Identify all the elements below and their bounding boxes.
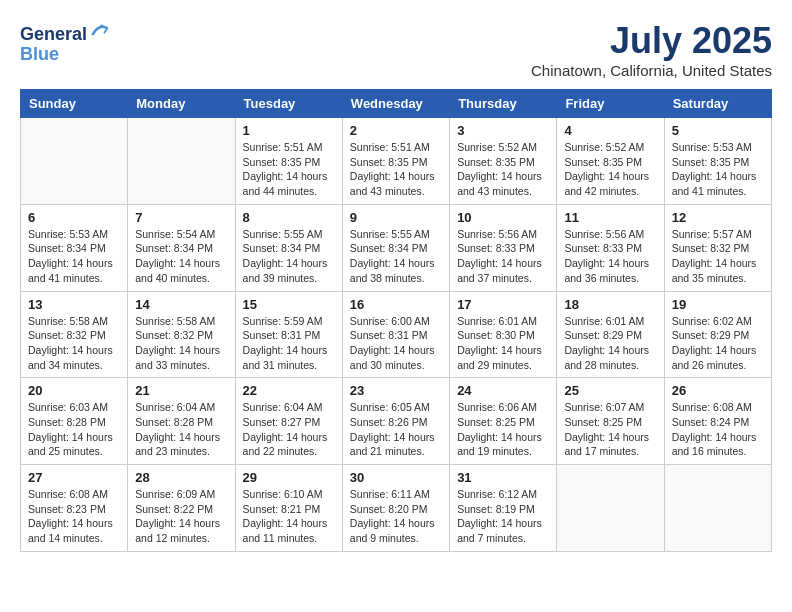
calendar-cell: 9Sunrise: 5:55 AMSunset: 8:34 PMDaylight… <box>342 204 449 291</box>
week-row-5: 27Sunrise: 6:08 AMSunset: 8:23 PMDayligh… <box>21 465 772 552</box>
day-number: 3 <box>457 123 549 138</box>
day-number: 29 <box>243 470 335 485</box>
day-info: Sunrise: 5:52 AMSunset: 8:35 PMDaylight:… <box>564 140 656 199</box>
day-number: 28 <box>135 470 227 485</box>
calendar-cell: 16Sunrise: 6:00 AMSunset: 8:31 PMDayligh… <box>342 291 449 378</box>
day-number: 4 <box>564 123 656 138</box>
calendar-cell: 11Sunrise: 5:56 AMSunset: 8:33 PMDayligh… <box>557 204 664 291</box>
weekday-header-saturday: Saturday <box>664 90 771 118</box>
day-number: 7 <box>135 210 227 225</box>
day-info: Sunrise: 6:01 AMSunset: 8:30 PMDaylight:… <box>457 314 549 373</box>
week-row-2: 6Sunrise: 5:53 AMSunset: 8:34 PMDaylight… <box>21 204 772 291</box>
day-info: Sunrise: 5:53 AMSunset: 8:34 PMDaylight:… <box>28 227 120 286</box>
day-info: Sunrise: 5:53 AMSunset: 8:35 PMDaylight:… <box>672 140 764 199</box>
day-info: Sunrise: 5:58 AMSunset: 8:32 PMDaylight:… <box>135 314 227 373</box>
logo-blue-text: Blue <box>20 45 109 65</box>
day-number: 31 <box>457 470 549 485</box>
day-number: 26 <box>672 383 764 398</box>
day-number: 2 <box>350 123 442 138</box>
day-number: 11 <box>564 210 656 225</box>
calendar-cell <box>557 465 664 552</box>
calendar-cell: 13Sunrise: 5:58 AMSunset: 8:32 PMDayligh… <box>21 291 128 378</box>
day-number: 18 <box>564 297 656 312</box>
calendar-cell: 5Sunrise: 5:53 AMSunset: 8:35 PMDaylight… <box>664 118 771 205</box>
day-info: Sunrise: 5:51 AMSunset: 8:35 PMDaylight:… <box>350 140 442 199</box>
day-number: 8 <box>243 210 335 225</box>
calendar-cell: 29Sunrise: 6:10 AMSunset: 8:21 PMDayligh… <box>235 465 342 552</box>
day-info: Sunrise: 6:00 AMSunset: 8:31 PMDaylight:… <box>350 314 442 373</box>
day-number: 9 <box>350 210 442 225</box>
calendar-cell <box>21 118 128 205</box>
calendar-cell: 31Sunrise: 6:12 AMSunset: 8:19 PMDayligh… <box>450 465 557 552</box>
day-number: 30 <box>350 470 442 485</box>
calendar-cell: 3Sunrise: 5:52 AMSunset: 8:35 PMDaylight… <box>450 118 557 205</box>
day-info: Sunrise: 5:58 AMSunset: 8:32 PMDaylight:… <box>28 314 120 373</box>
day-number: 19 <box>672 297 764 312</box>
calendar-cell: 14Sunrise: 5:58 AMSunset: 8:32 PMDayligh… <box>128 291 235 378</box>
calendar-cell <box>664 465 771 552</box>
day-number: 20 <box>28 383 120 398</box>
day-number: 24 <box>457 383 549 398</box>
calendar-cell: 30Sunrise: 6:11 AMSunset: 8:20 PMDayligh… <box>342 465 449 552</box>
day-number: 12 <box>672 210 764 225</box>
day-info: Sunrise: 5:55 AMSunset: 8:34 PMDaylight:… <box>350 227 442 286</box>
day-info: Sunrise: 5:51 AMSunset: 8:35 PMDaylight:… <box>243 140 335 199</box>
weekday-header-thursday: Thursday <box>450 90 557 118</box>
day-number: 27 <box>28 470 120 485</box>
calendar-cell: 15Sunrise: 5:59 AMSunset: 8:31 PMDayligh… <box>235 291 342 378</box>
day-info: Sunrise: 6:04 AMSunset: 8:27 PMDaylight:… <box>243 400 335 459</box>
day-number: 17 <box>457 297 549 312</box>
week-row-1: 1Sunrise: 5:51 AMSunset: 8:35 PMDaylight… <box>21 118 772 205</box>
weekday-header-wednesday: Wednesday <box>342 90 449 118</box>
calendar-cell: 20Sunrise: 6:03 AMSunset: 8:28 PMDayligh… <box>21 378 128 465</box>
day-number: 13 <box>28 297 120 312</box>
calendar-cell: 8Sunrise: 5:55 AMSunset: 8:34 PMDaylight… <box>235 204 342 291</box>
calendar-cell: 25Sunrise: 6:07 AMSunset: 8:25 PMDayligh… <box>557 378 664 465</box>
calendar-cell: 10Sunrise: 5:56 AMSunset: 8:33 PMDayligh… <box>450 204 557 291</box>
day-info: Sunrise: 5:59 AMSunset: 8:31 PMDaylight:… <box>243 314 335 373</box>
logo-text: General <box>20 20 109 45</box>
calendar-cell: 27Sunrise: 6:08 AMSunset: 8:23 PMDayligh… <box>21 465 128 552</box>
day-info: Sunrise: 6:04 AMSunset: 8:28 PMDaylight:… <box>135 400 227 459</box>
day-info: Sunrise: 5:52 AMSunset: 8:35 PMDaylight:… <box>457 140 549 199</box>
day-info: Sunrise: 6:02 AMSunset: 8:29 PMDaylight:… <box>672 314 764 373</box>
day-info: Sunrise: 6:07 AMSunset: 8:25 PMDaylight:… <box>564 400 656 459</box>
day-number: 22 <box>243 383 335 398</box>
calendar-cell: 12Sunrise: 5:57 AMSunset: 8:32 PMDayligh… <box>664 204 771 291</box>
day-number: 10 <box>457 210 549 225</box>
day-info: Sunrise: 6:09 AMSunset: 8:22 PMDaylight:… <box>135 487 227 546</box>
logo: General Blue <box>20 20 109 65</box>
weekday-header-monday: Monday <box>128 90 235 118</box>
day-info: Sunrise: 6:10 AMSunset: 8:21 PMDaylight:… <box>243 487 335 546</box>
day-number: 23 <box>350 383 442 398</box>
calendar-cell: 24Sunrise: 6:06 AMSunset: 8:25 PMDayligh… <box>450 378 557 465</box>
weekday-header-sunday: Sunday <box>21 90 128 118</box>
day-info: Sunrise: 5:56 AMSunset: 8:33 PMDaylight:… <box>564 227 656 286</box>
day-info: Sunrise: 5:55 AMSunset: 8:34 PMDaylight:… <box>243 227 335 286</box>
day-number: 21 <box>135 383 227 398</box>
week-row-3: 13Sunrise: 5:58 AMSunset: 8:32 PMDayligh… <box>21 291 772 378</box>
day-number: 6 <box>28 210 120 225</box>
weekday-header-friday: Friday <box>557 90 664 118</box>
calendar-cell: 18Sunrise: 6:01 AMSunset: 8:29 PMDayligh… <box>557 291 664 378</box>
day-info: Sunrise: 6:05 AMSunset: 8:26 PMDaylight:… <box>350 400 442 459</box>
week-row-4: 20Sunrise: 6:03 AMSunset: 8:28 PMDayligh… <box>21 378 772 465</box>
day-number: 14 <box>135 297 227 312</box>
day-number: 25 <box>564 383 656 398</box>
month-title: July 2025 <box>531 20 772 62</box>
calendar-cell: 22Sunrise: 6:04 AMSunset: 8:27 PMDayligh… <box>235 378 342 465</box>
day-info: Sunrise: 6:12 AMSunset: 8:19 PMDaylight:… <box>457 487 549 546</box>
calendar-cell: 28Sunrise: 6:09 AMSunset: 8:22 PMDayligh… <box>128 465 235 552</box>
calendar-cell: 2Sunrise: 5:51 AMSunset: 8:35 PMDaylight… <box>342 118 449 205</box>
weekday-header-row: SundayMondayTuesdayWednesdayThursdayFrid… <box>21 90 772 118</box>
day-number: 16 <box>350 297 442 312</box>
calendar-cell: 23Sunrise: 6:05 AMSunset: 8:26 PMDayligh… <box>342 378 449 465</box>
calendar-cell: 4Sunrise: 5:52 AMSunset: 8:35 PMDaylight… <box>557 118 664 205</box>
calendar-cell: 1Sunrise: 5:51 AMSunset: 8:35 PMDaylight… <box>235 118 342 205</box>
day-info: Sunrise: 6:08 AMSunset: 8:23 PMDaylight:… <box>28 487 120 546</box>
calendar-cell: 7Sunrise: 5:54 AMSunset: 8:34 PMDaylight… <box>128 204 235 291</box>
day-info: Sunrise: 5:56 AMSunset: 8:33 PMDaylight:… <box>457 227 549 286</box>
logo-icon <box>89 20 109 40</box>
calendar-table: SundayMondayTuesdayWednesdayThursdayFrid… <box>20 89 772 552</box>
calendar-cell: 26Sunrise: 6:08 AMSunset: 8:24 PMDayligh… <box>664 378 771 465</box>
